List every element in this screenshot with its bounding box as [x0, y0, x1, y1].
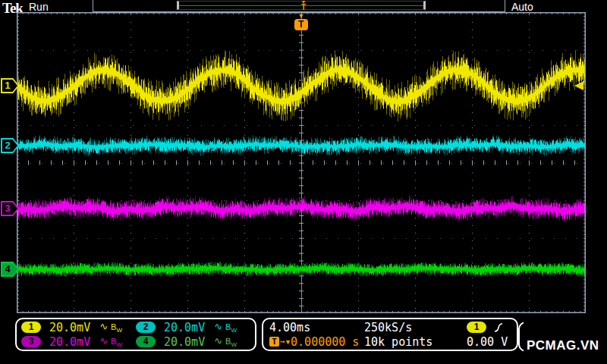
trigger-t-icon: T: [269, 337, 279, 347]
ch4-readout: 4 20.0mV ∿BW: [136, 335, 250, 349]
timebase-trigger-box: 4.00ms 250kS/s 1 T → ▼ 0.000000 s 10k po…: [262, 318, 518, 351]
ch2-coupling-icons: ∿BW: [214, 321, 237, 334]
ch3-badge: 3: [21, 336, 41, 347]
ch1-readout: 1 20.0mV ∿BW: [21, 321, 136, 334]
sample-rate: 250kS/s: [364, 321, 467, 334]
acquisition-preview-panel: ▼ T: [93, 0, 505, 12]
arrow-right-icon: →: [280, 337, 285, 347]
trigger-position-readout: T → ▼ 0.000000 s: [269, 335, 364, 349]
trigger-source: 1: [467, 322, 511, 334]
ch4-scale: 20.0mV: [164, 335, 205, 349]
ch1-scale: 20.0mV: [49, 321, 90, 334]
ch2-marker-number: 2: [1, 138, 14, 153]
ch4-coupling-icons: ∿BW: [214, 335, 237, 348]
ch3-marker-number: 3: [1, 201, 14, 216]
ch3-position-marker: 3: [1, 201, 19, 216]
bandwidth-limit-icon: BW: [111, 322, 122, 331]
ch3-readout: 3 20.0mV ∿BW: [21, 335, 136, 349]
ch2-badge: 2: [136, 322, 156, 333]
ch3-scale: 20.0mV: [49, 335, 90, 349]
ch3-coupling-icons: ∿BW: [99, 335, 122, 348]
bandwidth-limit-icon: BW: [111, 337, 122, 346]
ac-coupling-icon: ∿: [99, 321, 108, 332]
trigger-mode-label: Auto: [511, 1, 533, 13]
acquisition-status: Run: [29, 1, 49, 13]
trigger-level-arrow-icon: [574, 81, 583, 90]
triangle-down-icon: ▼: [286, 338, 290, 346]
ch1-badge: 1: [21, 322, 41, 333]
ch1-position-marker: 1: [1, 78, 19, 93]
trigger-level: 0.00 V: [467, 335, 511, 349]
ch1-marker-number: 1: [1, 78, 14, 93]
ac-coupling-icon: ∿: [214, 321, 222, 332]
ch4-badge: 4: [136, 336, 156, 347]
waveform-display: [17, 12, 586, 313]
ch2-position-marker: 2: [1, 138, 19, 153]
timebase-scale: 4.00ms: [269, 321, 364, 334]
ch2-readout: 2 20.0mV ∿BW: [136, 321, 250, 334]
watermark-text: PCMAG.VN: [527, 338, 599, 353]
bandwidth-limit-icon: BW: [225, 322, 237, 331]
channel-readout-box: 1 20.0mV ∿BW 2 20.0mV ∿BW 3 20.0mV ∿BW 4…: [15, 318, 256, 351]
ch4-marker-number: 4: [1, 262, 14, 277]
trigger-position-value: 0.000000 s: [291, 335, 359, 349]
bandwidth-limit-icon: BW: [225, 337, 237, 346]
ac-coupling-icon: ∿: [99, 335, 108, 347]
record-view-bar: ▼ T: [177, 1, 426, 10]
ac-coupling-icon: ∿: [214, 335, 222, 347]
record-length: 10k points: [364, 335, 467, 349]
watermark: PCMAG.VN: [524, 320, 607, 364]
trigger-position-flag-icon: ▼ T: [294, 13, 309, 30]
trigger-source-badge: 1: [467, 322, 486, 333]
rising-edge-icon: [493, 322, 504, 334]
oscilloscope-screen: Tek Run ▼ T Auto ▼ T 1 2 3 4: [0, 0, 607, 364]
ch2-scale: 20.0mV: [164, 321, 205, 334]
ch1-coupling-icons: ∿BW: [99, 321, 122, 334]
ch4-position-marker: 4: [1, 262, 19, 277]
trigger-position-bar-icon: ▼ T: [299, 0, 308, 11]
